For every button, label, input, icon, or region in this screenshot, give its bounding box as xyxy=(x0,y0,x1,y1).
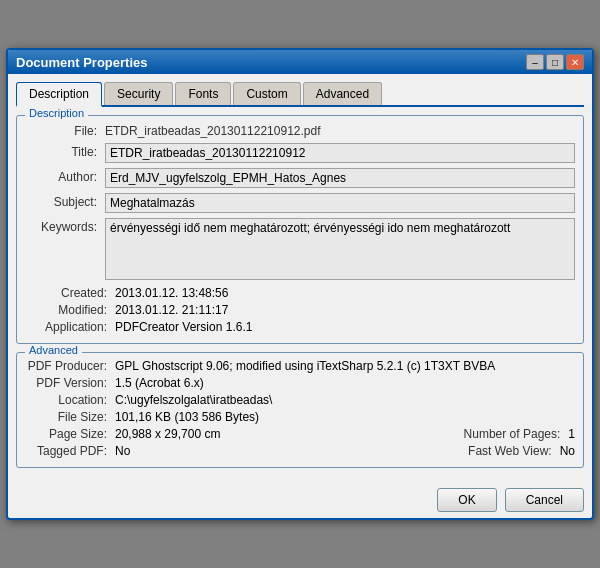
file-size-label: File Size: xyxy=(25,410,115,424)
maximize-button[interactable]: □ xyxy=(546,54,564,70)
location-row: Location: C:\ugyfelszolgalat\iratbeadas\ xyxy=(25,393,575,407)
page-size-label: Page Size: xyxy=(25,427,115,441)
pdf-version-row: PDF Version: 1.5 (Acrobat 6.x) xyxy=(25,376,575,390)
document-properties-window: Document Properties – □ ✕ Description Se… xyxy=(6,48,594,520)
title-label: Title: xyxy=(25,143,105,159)
pdf-version-label: PDF Version: xyxy=(25,376,115,390)
minimize-button[interactable]: – xyxy=(526,54,544,70)
application-value: PDFCreator Version 1.6.1 xyxy=(115,320,252,334)
title-bar-buttons: – □ ✕ xyxy=(526,54,584,70)
pdf-producer-row: PDF Producer: GPL Ghostscript 9.06; modi… xyxy=(25,359,575,373)
tab-security[interactable]: Security xyxy=(104,82,173,105)
close-button[interactable]: ✕ xyxy=(566,54,584,70)
author-field[interactable]: Erd_MJV_ugyfelszolg_EPMH_Hatos_Agnes xyxy=(105,168,575,188)
page-size-value: 20,988 x 29,700 cm xyxy=(115,427,444,441)
author-label: Author: xyxy=(25,168,105,184)
fast-web-label: Fast Web View: xyxy=(468,444,552,458)
tagged-pdf-value: No xyxy=(115,444,448,458)
page-size-row: Page Size: 20,988 x 29,700 cm Number of … xyxy=(25,427,575,441)
tab-advanced[interactable]: Advanced xyxy=(303,82,382,105)
tagged-pdf-label: Tagged PDF: xyxy=(25,444,115,458)
subject-label: Subject: xyxy=(25,193,105,209)
application-row: Application: PDFCreator Version 1.6.1 xyxy=(25,320,575,334)
subject-field[interactable]: Meghatalmazás xyxy=(105,193,575,213)
file-row: File: ETDR_iratbeadas_20130112210912.pdf xyxy=(25,122,575,138)
num-pages-label: Number of Pages: xyxy=(464,427,561,441)
title-field[interactable]: ETDR_iratbeadas_20130112210912 xyxy=(105,143,575,163)
tab-fonts[interactable]: Fonts xyxy=(175,82,231,105)
fast-web-group: Fast Web View: No xyxy=(468,444,575,458)
title-row: Title: ETDR_iratbeadas_20130112210912 xyxy=(25,143,575,163)
advanced-section-label: Advanced xyxy=(25,344,82,356)
file-value: ETDR_iratbeadas_20130112210912.pdf xyxy=(105,122,321,138)
num-pages-group: Number of Pages: 1 xyxy=(464,427,575,441)
file-label: File: xyxy=(25,122,105,138)
modified-label: Modified: xyxy=(25,303,115,317)
advanced-section: Advanced PDF Producer: GPL Ghostscript 9… xyxy=(16,352,584,468)
file-size-row: File Size: 101,16 KB (103 586 Bytes) xyxy=(25,410,575,424)
file-size-value: 101,16 KB (103 586 Bytes) xyxy=(115,410,575,424)
tagged-pdf-row: Tagged PDF: No Fast Web View: No xyxy=(25,444,575,458)
created-row: Created: 2013.01.12. 13:48:56 xyxy=(25,286,575,300)
created-value: 2013.01.12. 13:48:56 xyxy=(115,286,228,300)
keywords-field[interactable]: érvényességi idő nem meghatározott; érvé… xyxy=(105,218,575,280)
window-title: Document Properties xyxy=(16,55,147,70)
window-content: Description Security Fonts Custom Advanc… xyxy=(8,74,592,484)
application-label: Application: xyxy=(25,320,115,334)
button-bar: OK Cancel xyxy=(8,484,592,518)
pdf-version-value: 1.5 (Acrobat 6.x) xyxy=(115,376,575,390)
modified-row: Modified: 2013.01.12. 21:11:17 xyxy=(25,303,575,317)
keywords-row: Keywords: érvényességi idő nem meghatáro… xyxy=(25,218,575,280)
pdf-producer-label: PDF Producer: xyxy=(25,359,115,373)
description-section: Description File: ETDR_iratbeadas_201301… xyxy=(16,115,584,344)
modified-value: 2013.01.12. 21:11:17 xyxy=(115,303,228,317)
fast-web-value: No xyxy=(560,444,575,458)
subject-row: Subject: Meghatalmazás xyxy=(25,193,575,213)
tab-custom[interactable]: Custom xyxy=(233,82,300,105)
description-section-label: Description xyxy=(25,107,88,119)
keywords-label: Keywords: xyxy=(25,218,105,234)
num-pages-value: 1 xyxy=(568,427,575,441)
tab-description[interactable]: Description xyxy=(16,82,102,107)
author-row: Author: Erd_MJV_ugyfelszolg_EPMH_Hatos_A… xyxy=(25,168,575,188)
tab-bar: Description Security Fonts Custom Advanc… xyxy=(16,82,584,107)
location-label: Location: xyxy=(25,393,115,407)
created-label: Created: xyxy=(25,286,115,300)
title-bar: Document Properties – □ ✕ xyxy=(8,50,592,74)
ok-button[interactable]: OK xyxy=(437,488,496,512)
pdf-producer-value: GPL Ghostscript 9.06; modified using iTe… xyxy=(115,359,575,373)
cancel-button[interactable]: Cancel xyxy=(505,488,584,512)
location-value: C:\ugyfelszolgalat\iratbeadas\ xyxy=(115,393,575,407)
